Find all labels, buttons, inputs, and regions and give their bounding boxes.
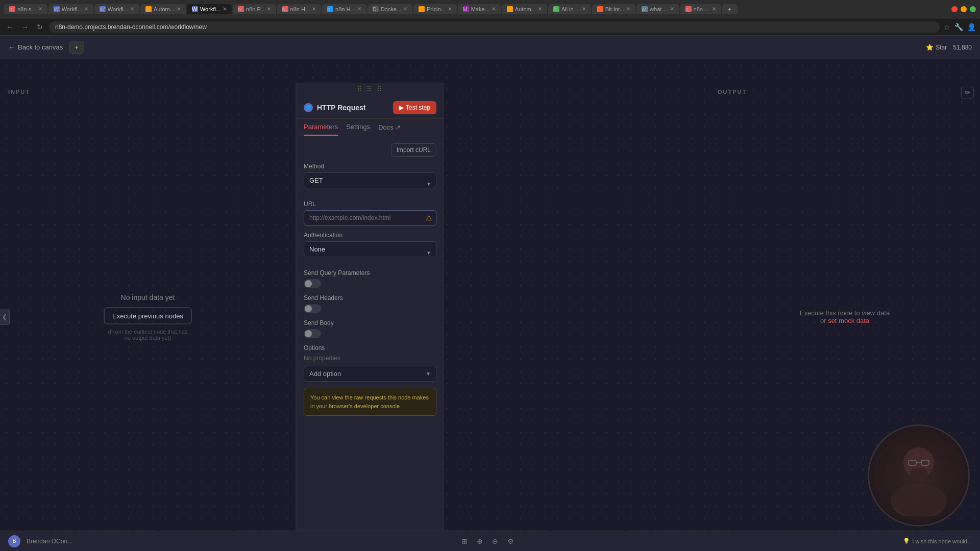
zoom-in-btn[interactable]: ⊕ [475, 536, 484, 547]
body-toggle-row [304, 329, 436, 338]
body-label: Send Body [304, 319, 436, 327]
star-count: 51,880 [953, 44, 972, 51]
user-avatar: B [8, 535, 20, 547]
address-icons: ☆ 🔧 👤 [944, 23, 976, 31]
url-input-wrapper: ⚠ [304, 210, 436, 226]
test-step-btn[interactable]: ▶ Test step [393, 101, 436, 114]
tab-3[interactable]: W Workfl... ✕ [94, 4, 139, 14]
http-panel-title: 🌐 HTTP Request [304, 103, 365, 112]
profile-icon[interactable]: 👤 [967, 23, 976, 31]
tab-14[interactable]: B Bit Int... ✕ [592, 4, 635, 14]
webcam-video [869, 426, 968, 525]
headers-label: Send Headers [304, 294, 436, 302]
layout-icon-btn[interactable]: ⊞ [460, 536, 469, 547]
query-params-toggle-row [304, 279, 436, 288]
tab-15[interactable]: w what ... ✕ [636, 4, 679, 14]
query-params-toggle[interactable] [304, 279, 321, 288]
refresh-nav-btn[interactable]: ↻ [35, 22, 45, 32]
canvas-grid[interactable]: INPUT No input data yet Execute previous… [0, 59, 980, 551]
http-body: Import cURL Method GET POST PUT DELETE P… [297, 136, 444, 423]
maximize-window-btn[interactable] [970, 6, 976, 12]
tab-docs[interactable]: Docs ↗ [378, 119, 401, 136]
tab-5-active[interactable]: W Workfl... ✕ [187, 4, 232, 14]
query-params-label: Send Query Parameters [304, 269, 436, 277]
query-params-toggle-knob [305, 280, 312, 287]
tab-13[interactable]: A All in ... ✕ [548, 4, 591, 14]
person-silhouette [878, 435, 960, 516]
tab-16[interactable]: n n8n-... ✕ [680, 4, 721, 14]
left-panel-arrow[interactable]: ❮ [0, 309, 10, 325]
method-select-wrapper: GET POST PUT DELETE PATCH ▼ [304, 172, 436, 194]
address-bar-row: ← → ↻ ☆ 🔧 👤 [0, 18, 980, 36]
tab-bar: n n8n-s... ✕ W Workfl... ✕ W Workfl... ✕… [4, 4, 945, 14]
output-message: Execute this node to view data or set mo… [800, 309, 890, 324]
wish-icon: 💡 [903, 538, 910, 544]
tab-4[interactable]: A Autom... ✕ [140, 4, 186, 14]
back-nav-btn[interactable]: ← [4, 22, 15, 32]
forward-nav-btn[interactable]: → [19, 22, 31, 32]
add-node-btn[interactable]: + [69, 41, 84, 54]
new-tab-btn[interactable]: + [722, 4, 738, 14]
browser-chrome: n n8n-s... ✕ W Workfl... ✕ W Workfl... ✕… [0, 0, 980, 18]
import-curl-row: Import cURL [304, 143, 436, 157]
tab-2[interactable]: W Workfl... ✕ [48, 4, 93, 14]
auth-select[interactable]: None Generic Credential Type Predefined … [304, 241, 436, 257]
import-curl-btn[interactable]: Import cURL [391, 143, 436, 157]
svg-rect-6 [878, 435, 960, 516]
add-option-arrow-icon: ▼ [426, 371, 431, 377]
settings-icon-btn[interactable]: ⚙ [506, 536, 516, 547]
options-section-title: Options [304, 344, 436, 352]
canvas-area: ← Back to canvas + ⭐ Star 51,880 INPUT N… [0, 36, 980, 551]
http-node-icon: 🌐 [304, 103, 313, 112]
tab-parameters[interactable]: Parameters [304, 119, 338, 136]
http-tabs: Parameters Settings Docs ↗ [297, 119, 444, 136]
bookmark-icon[interactable]: ☆ [944, 23, 950, 31]
headers-toggle-knob [305, 305, 312, 312]
headers-toggle[interactable] [304, 304, 321, 313]
username-label: Brendan OCon... [27, 538, 72, 545]
tab-settings[interactable]: Settings [346, 119, 370, 136]
exec-hint: (From the earliest node that has no outp… [104, 329, 192, 341]
add-option-btn[interactable]: Add option ▼ [304, 366, 436, 382]
body-toggle[interactable] [304, 329, 321, 338]
address-input[interactable] [49, 21, 940, 33]
drag-handle: ⠿ ⠿ ⠿ [297, 83, 444, 95]
http-request-panel: ⠿ ⠿ ⠿ 🌐 HTTP Request ▶ Test step Paramet… [296, 83, 444, 551]
tab-8[interactable]: n n8n H... ✕ [322, 4, 366, 14]
edit-icon: ✏ [965, 89, 970, 96]
zoom-out-btn[interactable]: ⊖ [491, 536, 500, 547]
webcam-overlay [868, 424, 970, 527]
method-label: Method [304, 163, 436, 170]
edit-output-btn[interactable]: ✏ [961, 87, 974, 98]
no-input-title: No input data yet [104, 293, 192, 302]
tab-7[interactable]: n n8n H... ✕ [277, 4, 322, 14]
minimize-window-btn[interactable] [961, 6, 967, 12]
star-icon: ⭐ [926, 44, 934, 51]
auth-select-wrapper: None Generic Credential Type Predefined … [304, 241, 436, 263]
auth-label: Authentication [304, 232, 436, 239]
method-select[interactable]: GET POST PUT DELETE PATCH [304, 172, 436, 188]
set-mock-data-link[interactable]: set mock data [828, 317, 869, 324]
http-panel-header: 🌐 HTTP Request ▶ Test step [297, 95, 444, 119]
tab-10[interactable]: P Pricin... ✕ [413, 4, 457, 14]
tab-9[interactable]: D Docke... ✕ [368, 4, 412, 14]
close-window-btn[interactable] [951, 6, 958, 12]
input-label: INPUT [8, 89, 30, 95]
bottom-bar: B Brendan OCon... ⊞ ⊕ ⊖ ⚙ 💡 I wish this … [0, 531, 980, 551]
url-label: URL [304, 201, 436, 208]
output-label: OUTPUT [718, 89, 747, 95]
extensions-icon[interactable]: 🔧 [954, 23, 963, 31]
info-box: You can view the raw requests this node … [304, 388, 436, 416]
headers-toggle-row [304, 304, 436, 313]
execute-previous-nodes-btn[interactable]: Execute previous nodes [104, 308, 192, 324]
back-to-canvas-btn[interactable]: ← Back to canvas [8, 43, 63, 51]
tab-12[interactable]: A Autom... ✕ [502, 4, 547, 14]
tab-1[interactable]: n n8n-s... ✕ [4, 4, 47, 14]
tab-11[interactable]: M Make... ✕ [458, 4, 501, 14]
back-arrow-icon: ← [8, 43, 15, 51]
tab-6[interactable]: n n8n P... ✕ [233, 4, 276, 14]
play-icon: ▶ [399, 104, 404, 111]
body-toggle-knob [305, 330, 312, 337]
url-input[interactable] [304, 210, 436, 226]
star-btn[interactable]: ⭐ Star [926, 44, 947, 51]
